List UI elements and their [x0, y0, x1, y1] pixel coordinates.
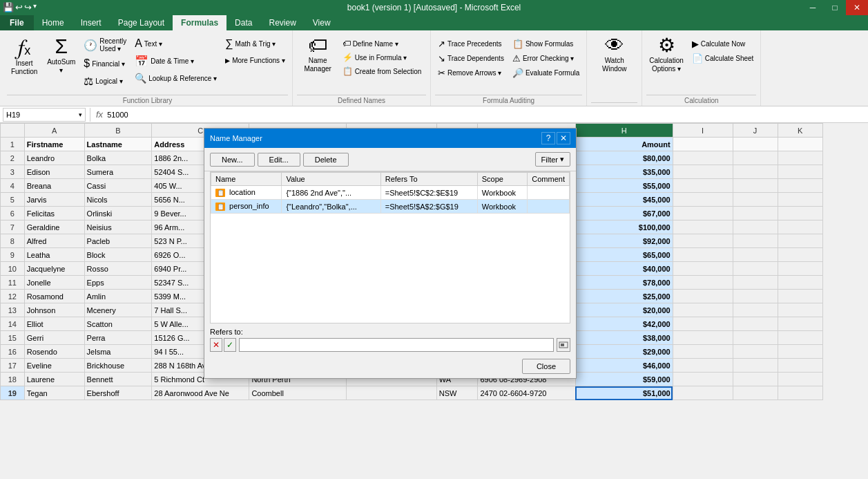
filter-btn[interactable]: Filter ▾ [535, 152, 570, 167]
person-info-refers-to: =Sheet5!$A$2:$G$19 [380, 200, 477, 214]
person-info-name-text: person_info [229, 202, 269, 210]
filter-dropdown-icon: ▾ [560, 155, 564, 164]
refers-collapse-btn[interactable] [557, 338, 570, 352]
modal-close-btn[interactable]: Close [522, 359, 570, 374]
modal-help-btn[interactable]: ? [541, 132, 555, 144]
svg-rect-1 [561, 344, 564, 346]
name-manager-dialog: Name Manager ? ✕ New... Edit... Delete F… [204, 128, 577, 379]
location-refers-to: =Sheet5!$C$2:$E$19 [380, 186, 477, 200]
person-info-value: {"Leandro","Bolka",... [282, 200, 380, 214]
col-refers-header[interactable]: Refers To [380, 173, 477, 186]
name-entry-person-info[interactable]: 📋 person_info {"Leandro","Bolka",... =Sh… [211, 200, 570, 214]
filter-label: Filter [541, 156, 558, 164]
name-entry-location[interactable]: 📋 location {"1886 2nd Ave","... =Sheet5!… [211, 186, 570, 200]
location-scope: Workbook [477, 186, 528, 200]
col-name-header[interactable]: Name [211, 173, 282, 186]
location-name-text: location [229, 188, 255, 196]
new-name-btn[interactable]: New... [210, 153, 255, 167]
modal-close-x-btn[interactable]: ✕ [557, 132, 570, 144]
person-info-icon: 📋 [215, 203, 225, 211]
person-info-scope: Workbook [477, 200, 528, 214]
person-info-comment [528, 200, 570, 214]
col-comment-header[interactable]: Comment [528, 173, 570, 186]
col-scope-header[interactable]: Scope [477, 173, 528, 186]
refers-to-label: Refers to: [210, 328, 570, 336]
delete-name-btn[interactable]: Delete [303, 153, 349, 167]
location-comment [528, 186, 570, 200]
refers-cancel-btn[interactable]: ✕ [210, 338, 222, 352]
edit-name-btn[interactable]: Edit... [258, 153, 300, 167]
refers-confirm-btn[interactable]: ✓ [224, 338, 236, 352]
location-name-icon: 📋 [215, 189, 225, 197]
modal-title: Name Manager [210, 134, 262, 142]
location-value: {"1886 2nd Ave","... [282, 186, 380, 200]
col-value-header[interactable]: Value [282, 173, 380, 186]
refers-to-input[interactable] [239, 338, 554, 352]
